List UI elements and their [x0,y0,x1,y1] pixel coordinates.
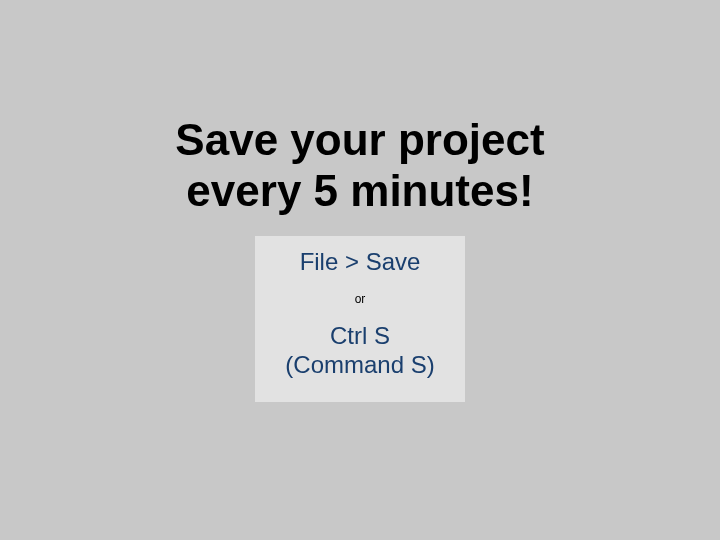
heading-line-2: every 5 minutes! [186,166,533,215]
slide-heading: Save your project every 5 minutes! [175,115,544,216]
shortcut-line-1: Ctrl S [330,322,390,349]
heading-line-1: Save your project [175,115,544,164]
keyboard-shortcut: Ctrl S (Command S) [263,322,457,380]
separator-text: or [263,292,457,306]
instruction-box: File > Save or Ctrl S (Command S) [255,236,465,402]
shortcut-line-2: (Command S) [285,351,434,378]
menu-path-text: File > Save [263,248,457,276]
